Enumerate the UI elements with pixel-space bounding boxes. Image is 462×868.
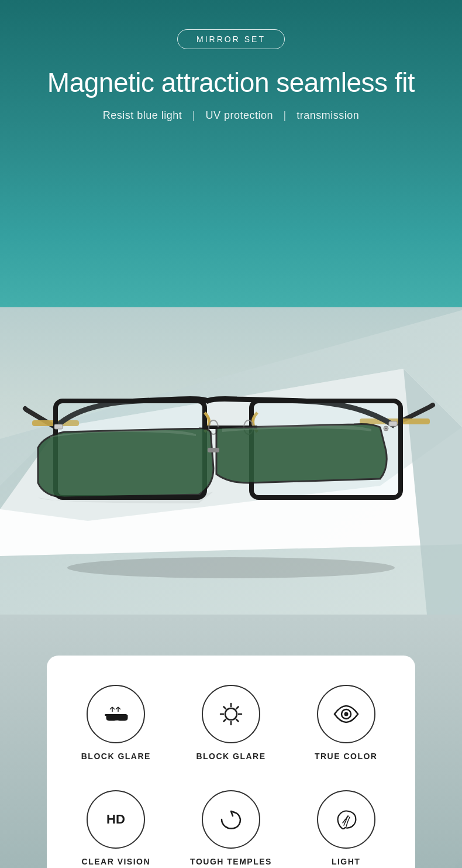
- svg-rect-20: [105, 714, 127, 716]
- feature-icon-clear-vision: HD: [87, 790, 145, 849]
- svg-line-34: [236, 719, 239, 722]
- subtitle-part-3: transmission: [296, 109, 359, 121]
- feature-label-clear-vision: CLEAR VISION: [82, 857, 151, 866]
- feature-block-glare-1: BLOCK GLARE: [64, 685, 168, 761]
- feature-light: LIGHT: [294, 790, 398, 866]
- mirror-set-badge: MIRROR SET: [0, 0, 462, 49]
- svg-point-5: [67, 557, 395, 578]
- features-bg: BLOCK GLARE: [0, 615, 462, 868]
- feature-icon-block-glare-2: [202, 685, 260, 743]
- svg-rect-16: [54, 424, 63, 429]
- sun-icon: [216, 699, 246, 729]
- badge-text: MIRROR SET: [177, 29, 285, 49]
- sunglasses-icon: [101, 699, 131, 729]
- svg-line-36: [223, 719, 226, 722]
- eye-icon: [331, 699, 361, 729]
- hero-subtitle: Resist blue light | UV protection | tran…: [0, 99, 462, 122]
- subtitle-part-2: UV protection: [205, 109, 273, 121]
- features-section: BLOCK GLARE: [47, 656, 415, 868]
- subtitle-part-1: Resist blue light: [103, 109, 182, 121]
- feature-tough-temples: TOUGH TEMPLES: [180, 790, 283, 866]
- separator-1: |: [192, 109, 195, 121]
- svg-point-38: [344, 712, 348, 716]
- svg-line-35: [236, 707, 239, 709]
- hero-section: MIRROR SET Magnetic attraction seamless …: [0, 0, 462, 615]
- feature-icon-light: [317, 790, 375, 849]
- hero-title: Magnetic attraction seamless fit: [0, 49, 462, 99]
- svg-rect-17: [389, 421, 397, 426]
- svg-rect-15: [208, 448, 219, 452]
- svg-point-28: [225, 708, 237, 720]
- svg-line-33: [223, 707, 226, 709]
- feature-icon-tough-temples: [202, 790, 260, 849]
- feature-clear-vision: HD CLEAR VISION: [64, 790, 168, 866]
- feature-block-glare-2: BLOCK GLARE: [180, 685, 283, 761]
- rotate-icon: [216, 804, 246, 835]
- feature-icon-true-color: [317, 685, 375, 743]
- svg-text:HD: HD: [106, 812, 125, 826]
- separator-2: |: [284, 109, 287, 121]
- page-wrapper: MIRROR SET Magnetic attraction seamless …: [0, 0, 462, 868]
- feather-icon: [331, 804, 361, 835]
- feature-label-block-glare-2: BLOCK GLARE: [196, 752, 266, 761]
- feature-label-light: LIGHT: [332, 857, 361, 866]
- feature-icon-block-glare-1: [87, 685, 145, 743]
- features-grid: BLOCK GLARE: [64, 685, 398, 866]
- hd-icon: HD: [101, 804, 131, 835]
- feature-label-block-glare-1: BLOCK GLARE: [81, 752, 151, 761]
- glasses-image: [20, 334, 442, 579]
- feature-label-true-color: TRUE COLOR: [315, 752, 378, 761]
- feature-label-tough-temples: TOUGH TEMPLES: [190, 857, 272, 866]
- feature-true-color: TRUE COLOR: [294, 685, 398, 761]
